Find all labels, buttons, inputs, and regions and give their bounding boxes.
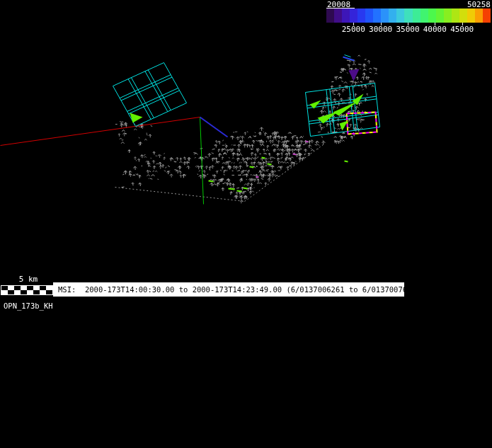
colorbar-band	[350, 8, 357, 23]
colorbar-band	[436, 8, 444, 23]
colorbar-band	[404, 8, 412, 23]
scale-bar-cell	[46, 290, 52, 294]
colorbar: 20008 50258 2500030000350004000045000	[326, 0, 491, 34]
colorbar-band	[373, 8, 381, 23]
sequence-label: OPN_173b_KH	[4, 301, 53, 311]
scale-bar-checker	[1, 285, 53, 295]
scale-bar-cell	[21, 290, 27, 294]
colorbar-band	[467, 8, 475, 23]
scale-bar-cell	[8, 290, 14, 294]
colorbar-band	[396, 8, 404, 23]
colorbar-band	[381, 8, 389, 23]
scene-canvas[interactable]	[0, 0, 492, 448]
scale-bar-cell	[33, 290, 40, 294]
colorbar-tick-label: 30000	[369, 25, 392, 34]
colorbar-band	[428, 8, 436, 23]
colorbar-band	[389, 8, 396, 23]
colorbar-band	[475, 8, 483, 23]
app-window: 20008 50258 2500030000350004000045000 5 …	[0, 0, 492, 448]
colorbar-tick-label: 35000	[396, 25, 419, 34]
colorbar-band	[459, 8, 467, 23]
colorbar-band	[342, 8, 350, 23]
colorbar-band	[421, 8, 428, 23]
colorbar-band	[483, 8, 491, 23]
scale-bar-label: 5 km	[14, 275, 42, 284]
scale-bar-cell	[14, 290, 21, 294]
colorbar-band	[452, 8, 459, 23]
colorbar-band	[357, 8, 365, 23]
colorbar-band	[365, 8, 373, 23]
colorbar-band	[444, 8, 452, 23]
scale-bar-cell	[1, 290, 8, 294]
colorbar-gradient	[326, 8, 491, 23]
scale-bar-cell	[40, 290, 46, 294]
colorbar-band	[326, 8, 334, 23]
colorbar-tick-label: 25000	[342, 25, 365, 34]
colorbar-tick-label: 45000	[450, 25, 474, 34]
colorbar-band	[334, 8, 342, 23]
status-bar: MSI: 2000-173T14:00:30.00 to 2000-173T14…	[53, 282, 404, 297]
scale-bar-cell	[27, 290, 33, 294]
colorbar-band	[413, 8, 421, 23]
colorbar-tick-label: 40000	[423, 25, 447, 34]
